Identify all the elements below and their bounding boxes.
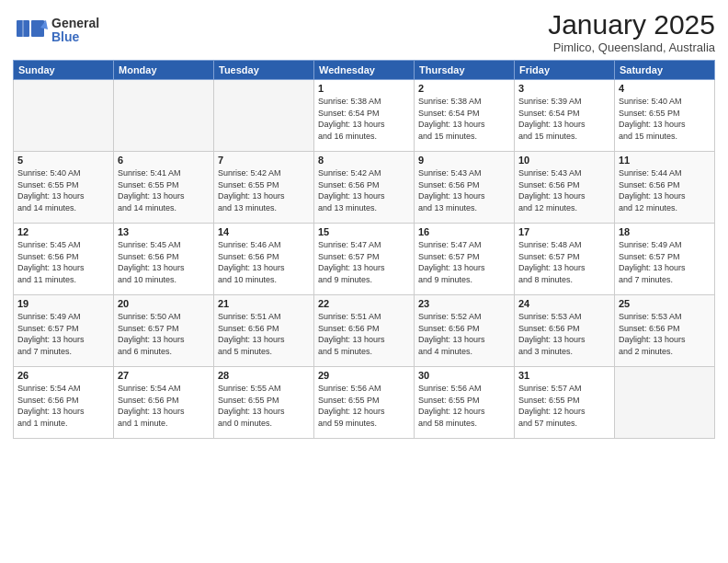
day-info: Sunrise: 5:44 AM Sunset: 6:56 PM Dayligh… <box>619 167 711 213</box>
calendar-cell: 3Sunrise: 5:39 AM Sunset: 6:54 PM Daylig… <box>515 80 615 152</box>
logo-blue: Blue <box>51 30 99 44</box>
day-number: 26 <box>17 370 109 381</box>
day-info: Sunrise: 5:49 AM Sunset: 6:57 PM Dayligh… <box>17 311 109 357</box>
day-info: Sunrise: 5:49 AM Sunset: 6:57 PM Dayligh… <box>619 239 711 285</box>
day-info: Sunrise: 5:38 AM Sunset: 6:54 PM Dayligh… <box>318 96 410 142</box>
day-info: Sunrise: 5:48 AM Sunset: 6:57 PM Dayligh… <box>518 239 610 285</box>
day-number: 2 <box>418 83 510 94</box>
calendar-cell: 22Sunrise: 5:51 AM Sunset: 6:56 PM Dayli… <box>314 295 415 367</box>
weekday-header-saturday: Saturday <box>615 61 715 80</box>
day-number: 8 <box>318 155 410 166</box>
logo-icon <box>13 13 48 48</box>
day-number: 21 <box>218 298 310 309</box>
day-number: 29 <box>318 370 410 381</box>
day-number: 4 <box>619 83 711 94</box>
logo: General Blue <box>13 13 99 48</box>
day-number: 27 <box>118 370 210 381</box>
weekday-header-friday: Friday <box>515 61 615 80</box>
day-info: Sunrise: 5:45 AM Sunset: 6:56 PM Dayligh… <box>17 239 109 285</box>
logo-text: General Blue <box>51 17 99 45</box>
day-info: Sunrise: 5:41 AM Sunset: 6:55 PM Dayligh… <box>118 167 210 213</box>
day-info: Sunrise: 5:43 AM Sunset: 6:56 PM Dayligh… <box>518 167 610 213</box>
day-info: Sunrise: 5:56 AM Sunset: 6:55 PM Dayligh… <box>418 383 510 429</box>
day-info: Sunrise: 5:42 AM Sunset: 6:55 PM Dayligh… <box>218 167 310 213</box>
calendar-cell: 1Sunrise: 5:38 AM Sunset: 6:54 PM Daylig… <box>314 80 415 152</box>
weekday-header-tuesday: Tuesday <box>214 61 314 80</box>
day-number: 22 <box>318 298 410 309</box>
calendar-cell: 30Sunrise: 5:56 AM Sunset: 6:55 PM Dayli… <box>415 367 515 439</box>
day-info: Sunrise: 5:51 AM Sunset: 6:56 PM Dayligh… <box>318 311 410 357</box>
calendar-cell <box>14 80 114 152</box>
day-number: 7 <box>218 155 310 166</box>
calendar-cell: 27Sunrise: 5:54 AM Sunset: 6:56 PM Dayli… <box>114 367 214 439</box>
calendar-cell: 8Sunrise: 5:42 AM Sunset: 6:56 PM Daylig… <box>314 152 415 224</box>
calendar-cell: 6Sunrise: 5:41 AM Sunset: 6:55 PM Daylig… <box>114 152 214 224</box>
day-number: 23 <box>418 298 510 309</box>
calendar-cell: 18Sunrise: 5:49 AM Sunset: 6:57 PM Dayli… <box>615 224 715 295</box>
day-number: 30 <box>418 370 510 381</box>
calendar-cell: 16Sunrise: 5:47 AM Sunset: 6:57 PM Dayli… <box>415 224 515 295</box>
calendar-cell: 13Sunrise: 5:45 AM Sunset: 6:56 PM Dayli… <box>114 224 214 295</box>
calendar-cell <box>615 367 715 439</box>
day-number: 13 <box>118 226 210 237</box>
calendar-cell <box>114 80 214 152</box>
day-info: Sunrise: 5:43 AM Sunset: 6:56 PM Dayligh… <box>418 167 510 213</box>
day-info: Sunrise: 5:40 AM Sunset: 6:55 PM Dayligh… <box>17 167 109 213</box>
calendar-cell: 5Sunrise: 5:40 AM Sunset: 6:55 PM Daylig… <box>14 152 114 224</box>
calendar-cell: 28Sunrise: 5:55 AM Sunset: 6:55 PM Dayli… <box>214 367 314 439</box>
day-info: Sunrise: 5:53 AM Sunset: 6:56 PM Dayligh… <box>619 311 711 357</box>
svg-rect-3 <box>22 20 24 37</box>
weekday-header-monday: Monday <box>114 61 214 80</box>
calendar-cell: 21Sunrise: 5:51 AM Sunset: 6:56 PM Dayli… <box>214 295 314 367</box>
calendar-cell: 31Sunrise: 5:57 AM Sunset: 6:55 PM Dayli… <box>515 367 615 439</box>
day-info: Sunrise: 5:45 AM Sunset: 6:56 PM Dayligh… <box>118 239 210 285</box>
day-info: Sunrise: 5:53 AM Sunset: 6:56 PM Dayligh… <box>518 311 610 357</box>
calendar-cell: 17Sunrise: 5:48 AM Sunset: 6:57 PM Dayli… <box>515 224 615 295</box>
weekday-header-wednesday: Wednesday <box>314 61 415 80</box>
day-info: Sunrise: 5:55 AM Sunset: 6:55 PM Dayligh… <box>218 383 310 429</box>
calendar-cell: 7Sunrise: 5:42 AM Sunset: 6:55 PM Daylig… <box>214 152 314 224</box>
calendar-cell: 23Sunrise: 5:52 AM Sunset: 6:56 PM Dayli… <box>415 295 515 367</box>
week-row-3: 12Sunrise: 5:45 AM Sunset: 6:56 PM Dayli… <box>14 224 715 295</box>
day-number: 1 <box>318 83 410 94</box>
calendar-cell: 9Sunrise: 5:43 AM Sunset: 6:56 PM Daylig… <box>415 152 515 224</box>
day-number: 19 <box>17 298 109 309</box>
day-info: Sunrise: 5:51 AM Sunset: 6:56 PM Dayligh… <box>218 311 310 357</box>
calendar-cell <box>214 80 314 152</box>
day-number: 3 <box>518 83 610 94</box>
title-block: January 2025 Pimlico, Queensland, Austra… <box>548 9 715 54</box>
day-info: Sunrise: 5:54 AM Sunset: 6:56 PM Dayligh… <box>118 383 210 429</box>
day-info: Sunrise: 5:56 AM Sunset: 6:55 PM Dayligh… <box>318 383 410 429</box>
day-info: Sunrise: 5:46 AM Sunset: 6:56 PM Dayligh… <box>218 239 310 285</box>
calendar-cell: 10Sunrise: 5:43 AM Sunset: 6:56 PM Dayli… <box>515 152 615 224</box>
day-info: Sunrise: 5:47 AM Sunset: 6:57 PM Dayligh… <box>418 239 510 285</box>
calendar-cell: 26Sunrise: 5:54 AM Sunset: 6:56 PM Dayli… <box>14 367 114 439</box>
calendar-cell: 20Sunrise: 5:50 AM Sunset: 6:57 PM Dayli… <box>114 295 214 367</box>
day-number: 14 <box>218 226 310 237</box>
day-info: Sunrise: 5:42 AM Sunset: 6:56 PM Dayligh… <box>318 167 410 213</box>
calendar-cell: 4Sunrise: 5:40 AM Sunset: 6:55 PM Daylig… <box>615 80 715 152</box>
day-number: 6 <box>118 155 210 166</box>
week-row-1: 1Sunrise: 5:38 AM Sunset: 6:54 PM Daylig… <box>14 80 715 152</box>
weekday-header-sunday: Sunday <box>14 61 114 80</box>
day-number: 16 <box>418 226 510 237</box>
day-number: 15 <box>318 226 410 237</box>
page-header: General Blue January 2025 Pimlico, Queen… <box>13 9 715 54</box>
calendar-cell: 2Sunrise: 5:38 AM Sunset: 6:54 PM Daylig… <box>415 80 515 152</box>
day-number: 9 <box>418 155 510 166</box>
week-row-5: 26Sunrise: 5:54 AM Sunset: 6:56 PM Dayli… <box>14 367 715 439</box>
calendar-cell: 11Sunrise: 5:44 AM Sunset: 6:56 PM Dayli… <box>615 152 715 224</box>
logo-general: General <box>51 17 99 30</box>
calendar-cell: 25Sunrise: 5:53 AM Sunset: 6:56 PM Dayli… <box>615 295 715 367</box>
calendar-cell: 14Sunrise: 5:46 AM Sunset: 6:56 PM Dayli… <box>214 224 314 295</box>
calendar-cell: 15Sunrise: 5:47 AM Sunset: 6:57 PM Dayli… <box>314 224 415 295</box>
week-row-4: 19Sunrise: 5:49 AM Sunset: 6:57 PM Dayli… <box>14 295 715 367</box>
weekday-header-thursday: Thursday <box>415 61 515 80</box>
location: Pimlico, Queensland, Australia <box>548 40 715 54</box>
day-info: Sunrise: 5:39 AM Sunset: 6:54 PM Dayligh… <box>518 96 610 142</box>
day-number: 10 <box>518 155 610 166</box>
day-info: Sunrise: 5:57 AM Sunset: 6:55 PM Dayligh… <box>518 383 610 429</box>
day-info: Sunrise: 5:52 AM Sunset: 6:56 PM Dayligh… <box>418 311 510 357</box>
day-number: 31 <box>518 370 610 381</box>
day-info: Sunrise: 5:47 AM Sunset: 6:57 PM Dayligh… <box>318 239 410 285</box>
